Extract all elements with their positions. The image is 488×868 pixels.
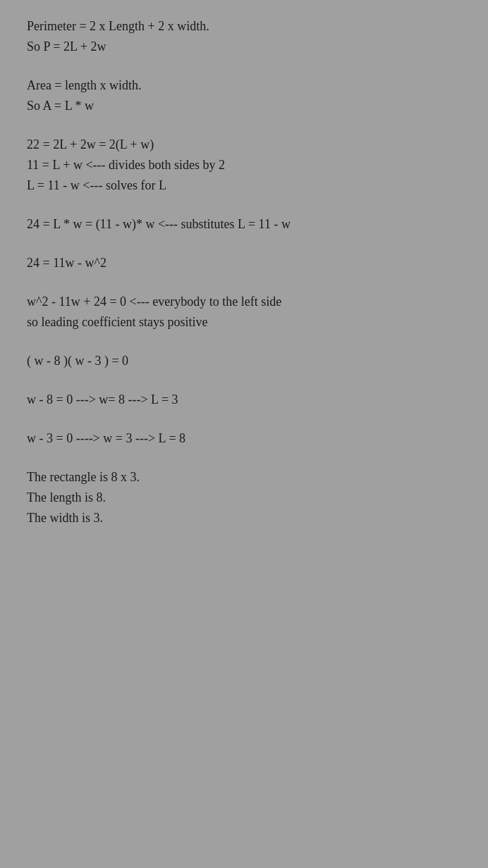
conclusion-line-2: The length is 8. [27,488,461,507]
main-content: Perimeter = 2 x Length + 2 x width. So P… [27,17,461,528]
solve-line-1: 22 = 2L + 2w = 2(L + w) [27,135,461,154]
substitute-section: 24 = L * w = (11 - w)* w <--- substitute… [27,215,461,234]
expand-section: 24 = 11w - w^2 [27,254,461,273]
area-formula-section: Area = length x width. So A = L * w [27,76,461,116]
solve-line-3: L = 11 - w <--- solves for L [27,176,461,195]
solution1-section: w - 8 = 0 ---> w= 8 ---> L = 3 [27,390,461,409]
conclusion-section: The rectangle is 8 x 3. The length is 8.… [27,468,461,528]
area-line-2: So A = L * w [27,97,461,116]
conclusion-line-1: The rectangle is 8 x 3. [27,468,461,487]
perimeter-line-2: So P = 2L + 2w [27,37,461,56]
solve-line-2: 11 = L + w <--- divides both sides by 2 [27,156,461,175]
perimeter-line-1: Perimeter = 2 x Length + 2 x width. [27,17,461,36]
area-line-1: Area = length x width. [27,76,461,95]
solve-perimeter-section: 22 = 2L + 2w = 2(L + w) 11 = L + w <--- … [27,135,461,195]
quadratic-line-2: so leading coefficient stays positive [27,313,461,332]
expand-line-1: 24 = 11w - w^2 [27,254,461,273]
conclusion-line-3: The width is 3. [27,509,461,528]
perimeter-formula-section: Perimeter = 2 x Length + 2 x width. So P… [27,17,461,56]
quadratic-section: w^2 - 11w + 24 = 0 <--- everybody to the… [27,292,461,332]
factor-section: ( w - 8 )( w - 3 ) = 0 [27,352,461,371]
solution1-line-1: w - 8 = 0 ---> w= 8 ---> L = 3 [27,390,461,409]
solution2-line-1: w - 3 = 0 ----> w = 3 ---> L = 8 [27,429,461,448]
substitute-line-1: 24 = L * w = (11 - w)* w <--- substitute… [27,215,461,234]
solution2-section: w - 3 = 0 ----> w = 3 ---> L = 8 [27,429,461,448]
factor-line-1: ( w - 8 )( w - 3 ) = 0 [27,352,461,371]
quadratic-line-1: w^2 - 11w + 24 = 0 <--- everybody to the… [27,292,461,311]
